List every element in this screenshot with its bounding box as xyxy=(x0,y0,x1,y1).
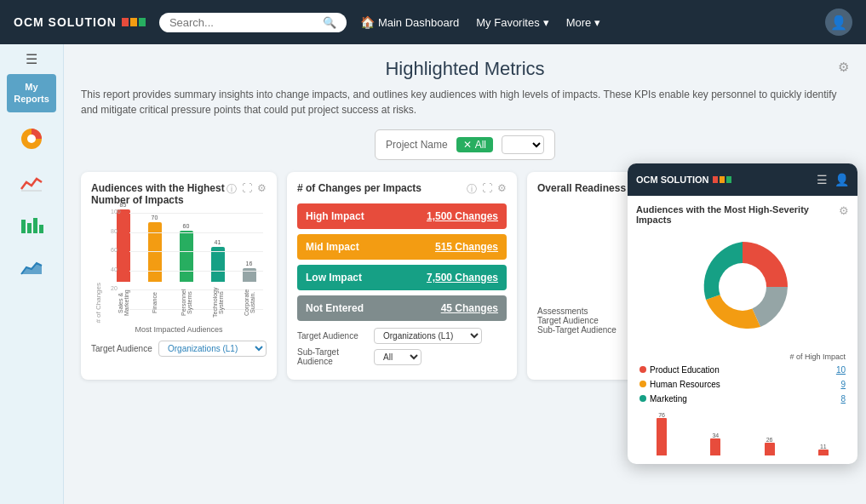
popup-title-row: Audiences with the Most High-Severity Im… xyxy=(636,204,849,225)
svg-rect-3 xyxy=(21,220,26,233)
mini-bar xyxy=(657,418,667,455)
favorites-chevron: ▾ xyxy=(543,16,549,29)
sidebar-area-chart[interactable] xyxy=(9,250,54,289)
sidebar-item-my-reports[interactable]: My Reports xyxy=(7,74,56,112)
bar-label: Corporate Sustain. xyxy=(244,284,255,322)
mini-bar-group: 34 xyxy=(690,432,741,455)
mini-bar xyxy=(818,450,829,455)
sidebar-pie-chart[interactable] xyxy=(9,123,54,162)
nav-links: 🏠 Main Dashboard My Favorites ▾ More ▾ xyxy=(360,15,600,29)
card-audiences-icons: ⓘ ⛶ ⚙ xyxy=(227,182,267,197)
impact-footer: Target Audience Organizations (L1) Sub-T… xyxy=(297,328,507,366)
mini-bar-group: 76 xyxy=(636,412,687,455)
brand-logo: OCM SOLUTION xyxy=(14,15,146,29)
footer-dropdown[interactable]: Organizations (L1) xyxy=(158,341,267,357)
bar-label: Sales & Marketing xyxy=(118,284,129,322)
user-avatar[interactable]: 👤 xyxy=(825,9,852,36)
settings-icon2[interactable]: ⚙ xyxy=(497,182,507,197)
sidebar: ☰ My Reports xyxy=(0,44,64,504)
impact-not-value[interactable]: 45 Changes xyxy=(441,302,498,314)
footer-label: Target Audience xyxy=(91,344,152,353)
popup-row-value: 8 xyxy=(760,392,849,406)
more-chevron: ▾ xyxy=(594,16,600,29)
bar-label: Technology Systems xyxy=(212,284,224,322)
my-reports-label2: Reports xyxy=(12,93,51,105)
project-tag: ✕ All xyxy=(456,137,493,152)
popup-row-label: Human Resources xyxy=(636,377,760,392)
mini-bar xyxy=(765,443,775,455)
bar-chart-area: # of Changes 100 80 60 40 20 85 Sales & xyxy=(91,213,267,324)
brand-text: OCM SOLUTION xyxy=(14,15,117,29)
brand-flag xyxy=(122,18,146,26)
sidebar-line-chart[interactable] xyxy=(9,165,54,204)
more-link[interactable]: More ▾ xyxy=(566,16,601,29)
target-audience-select[interactable]: Organizations (L1) xyxy=(374,328,482,344)
expand-icon2[interactable]: ⛶ xyxy=(482,182,492,197)
line-chart-icon xyxy=(20,174,43,196)
hamburger-menu[interactable]: ☰ xyxy=(26,51,37,67)
page-description: This report provides summary insights in… xyxy=(81,87,849,117)
popup-body: Audiences with the Most High-Severity Im… xyxy=(628,196,857,464)
svg-point-1 xyxy=(27,135,36,143)
card-impacts-icons: ⓘ ⛶ ⚙ xyxy=(467,182,507,197)
svg-point-21 xyxy=(719,263,766,311)
pie-chart-icon xyxy=(19,126,44,158)
card-impacts-header: # of Changes per Impacts ⓘ ⛶ ⚙ xyxy=(297,182,507,197)
donut-chart xyxy=(687,232,798,342)
popup-table-row: Marketing 8 xyxy=(636,392,849,406)
popup-user-icon[interactable]: 👤 xyxy=(834,173,849,186)
popup-table-header-label xyxy=(636,351,760,363)
favorites-link[interactable]: My Favorites ▾ xyxy=(476,16,548,29)
popup-row-value: 10 xyxy=(760,363,849,377)
impact-mid-value[interactable]: 515 Changes xyxy=(435,241,498,253)
popup-nav: OCM SOLUTION ☰ 👤 xyxy=(628,163,857,196)
mini-bar xyxy=(710,438,720,455)
info-icon2[interactable]: ⓘ xyxy=(467,182,477,197)
subtarget-audience-select[interactable]: All xyxy=(374,349,422,365)
card-impacts: # of Changes per Impacts ⓘ ⛶ ⚙ High Impa… xyxy=(287,172,517,380)
popup-hamburger[interactable]: ☰ xyxy=(817,173,828,186)
my-reports-label: My xyxy=(12,81,51,93)
bar-chart-icon xyxy=(20,216,43,238)
bar-label: Personnel Systems xyxy=(181,284,192,322)
impact-low-value[interactable]: 7,500 Changes xyxy=(427,272,498,284)
page-settings-icon[interactable]: ⚙ xyxy=(838,60,849,75)
info-icon[interactable]: ⓘ xyxy=(227,182,237,197)
impact-not-label: Not Entered xyxy=(306,302,364,314)
home-link[interactable]: 🏠 Main Dashboard xyxy=(360,15,459,29)
y-axis-label: # of Changes xyxy=(95,283,102,324)
home-label: Main Dashboard xyxy=(378,16,459,29)
home-icon: 🏠 xyxy=(360,15,375,29)
expand-icon[interactable]: ⛶ xyxy=(242,182,252,197)
search-icon: 🔍 xyxy=(323,16,336,29)
popup-overlay: OCM SOLUTION ☰ 👤 Audiences with the Most… xyxy=(628,163,857,464)
sidebar-bar-chart[interactable] xyxy=(9,208,54,247)
impact-row-high: High Impact 1,500 Changes xyxy=(297,203,507,229)
project-dropdown[interactable] xyxy=(502,135,544,154)
project-tag-x[interactable]: ✕ xyxy=(463,139,472,151)
settings-icon[interactable]: ⚙ xyxy=(257,182,267,197)
search-box[interactable]: 🔍 xyxy=(159,13,347,32)
project-filter: Project Name ✕ All xyxy=(81,129,849,160)
impact-mid-label: Mid Impact xyxy=(306,241,359,253)
impact-high-value[interactable]: 1,500 Changes xyxy=(427,210,498,222)
popup-row-value: 9 xyxy=(760,377,849,392)
favorites-label: My Favorites xyxy=(476,16,539,29)
svg-rect-4 xyxy=(27,223,32,233)
impact-low-label: Low Impact xyxy=(306,272,362,284)
project-filter-box: Project Name ✕ All xyxy=(375,129,555,160)
card-audiences: Audiences with the Highest Number of Imp… xyxy=(81,172,277,380)
popup-title: Audiences with the Most High-Severity Im… xyxy=(636,204,839,225)
page-title: Highlighted Metrics xyxy=(81,58,849,80)
popup-settings-icon[interactable]: ⚙ xyxy=(839,204,849,217)
search-input[interactable] xyxy=(169,16,323,29)
popup-row-label: Marketing xyxy=(636,392,760,406)
project-label: Project Name xyxy=(386,139,448,151)
popup-table: # of High Impact Product Education 10 Hu… xyxy=(636,351,849,406)
impact-high-label: High Impact xyxy=(306,210,364,222)
project-tag-value: All xyxy=(475,139,486,151)
card-impacts-title: # of Changes per Impacts xyxy=(297,182,467,194)
popup-mini-bars: 76 34 26 11 xyxy=(636,413,849,455)
subtarget-label: Sub-Target Audience xyxy=(297,347,374,366)
popup-nav-icons: ☰ 👤 xyxy=(817,173,849,186)
